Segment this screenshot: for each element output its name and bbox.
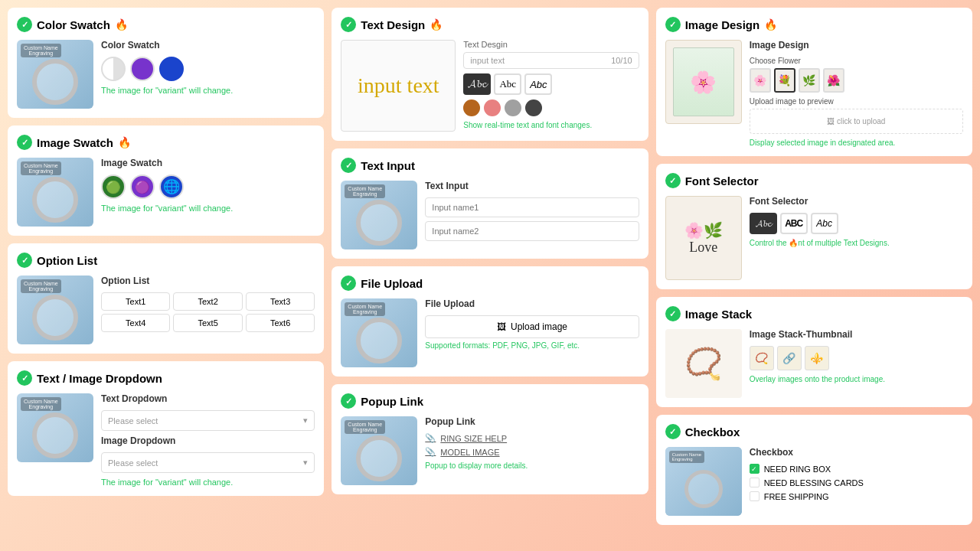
flower-thumb-1[interactable]: 🌸 — [750, 68, 771, 93]
checkbox-ring-box-label: NEED RING BOX — [764, 465, 831, 474]
text-design-section: ✓ Text Design 🔥 input text Text Desgin i… — [332, 8, 648, 141]
text-dropdown-placeholder: Please select — [108, 416, 158, 425]
stack-thumbs-row: 📿 🔗 ⚜️ — [750, 346, 963, 370]
check-icon-dropdown: ✓ — [17, 370, 32, 386]
font-style-all-caps[interactable]: ABC — [780, 213, 808, 234]
stack-thumb-3[interactable]: ⚜️ — [805, 346, 829, 370]
checkbox-title: Checkbox — [685, 425, 740, 439]
popup-link-ring-size-text: RING SIZE HELP — [440, 434, 507, 443]
font-options-row: 𝓐𝓫𝓬 Abc Abc — [463, 73, 639, 95]
text-design-input-display[interactable]: input text 10/10 — [463, 52, 639, 69]
image-swatch-label: Image Swatch — [101, 158, 315, 168]
font-script[interactable]: 𝓐𝓫𝓬 — [463, 73, 491, 95]
checkbox-item-blessing[interactable]: NEED BLESSING CARDS — [750, 478, 963, 487]
image-design-title: Image Design — [685, 18, 760, 31]
fire-icon-color: 🔥 — [115, 18, 128, 31]
text-dropdown-label: Text Dropdown — [101, 393, 315, 404]
option-list-product-thumb: Custom NameEngraving — [17, 276, 93, 344]
check-icon-text-input: ✓ — [341, 158, 356, 173]
text-input-label: Text Input — [425, 181, 639, 191]
text-image-dropdown-header: ✓ Text / Image Dropdown — [17, 370, 315, 386]
check-icon-text-design: ✓ — [341, 17, 356, 32]
popup-link-product-thumb: Custom NameEngraving — [341, 416, 417, 485]
file-upload-section: ✓ File Upload Custom NameEngraving File … — [332, 266, 648, 377]
choose-flower-label: Choose Flower — [750, 57, 963, 65]
popup-link-model-image[interactable]: 📎 MODEL IMAGE — [425, 447, 639, 457]
option-text5[interactable]: Text5 — [173, 314, 242, 332]
swatch-blue[interactable] — [159, 57, 184, 81]
color-dot-pink[interactable] — [484, 99, 501, 116]
text-design-preview: input text — [341, 40, 456, 132]
check-icon-image-stack: ✓ — [665, 306, 681, 321]
flower-thumb-2[interactable]: 💐 — [774, 68, 795, 93]
image-swatch-item-1[interactable]: 🟢 — [101, 174, 126, 199]
color-dot-brown[interactable] — [463, 99, 480, 116]
image-design-product-thumb: 🌸 — [665, 40, 742, 124]
option-text1[interactable]: Text1 — [101, 292, 170, 311]
swatch-half[interactable] — [101, 57, 126, 81]
color-swatch-row — [101, 57, 315, 81]
font-style-script[interactable]: 𝓐𝓫𝓬 — [750, 213, 777, 234]
option-text6[interactable]: Text6 — [246, 314, 315, 332]
text-input-product-thumb: Custom NameEngraving — [341, 181, 417, 249]
image-swatch-product-thumb: Custom NameEngraving — [17, 158, 93, 227]
swatch-purple[interactable] — [130, 57, 155, 81]
checkbox-item-shipping[interactable]: FREE SHIPPING — [750, 491, 963, 501]
option-text3[interactable]: Text3 — [246, 292, 315, 311]
click-to-upload-area[interactable]: 🖼 click to upload — [750, 109, 963, 134]
color-dot-dark[interactable] — [525, 99, 542, 116]
font-style-italic[interactable]: Abc — [811, 213, 838, 234]
font-selector-section: ✓ Font Selector 🌸🌿 Love Font Selector 𝓐𝓫… — [656, 164, 972, 289]
check-icon-image-design: ✓ — [665, 17, 681, 32]
color-swatch-title: Color Swatch — [37, 18, 110, 31]
check-icon-option: ✓ — [17, 253, 32, 268]
checkbox-product-thumb: Custom NameEngraving — [665, 447, 742, 516]
font-serif[interactable]: Abc — [494, 73, 521, 95]
image-dropdown-placeholder: Please select — [108, 458, 158, 468]
checkbox-blessing-label: NEED BLESSING CARDS — [764, 478, 864, 487]
checkbox-item-ring-box[interactable]: ✓ NEED RING BOX — [750, 464, 963, 474]
checkbox-header: ✓ Checkbox — [665, 424, 963, 439]
checkbox-shipping-input[interactable] — [750, 491, 760, 501]
upload-image-button[interactable]: 🖼 Upload image — [425, 315, 639, 338]
flower-thumb-4[interactable]: 🌺 — [823, 68, 844, 93]
font-selector-desc: Control the 🔥nt of multiple Text Designs… — [750, 239, 963, 247]
option-list-title: Option List — [37, 254, 97, 267]
flower-thumb-3[interactable]: 🌿 — [799, 68, 820, 93]
option-list-label: Option List — [101, 276, 315, 286]
stack-thumb-1[interactable]: 📿 — [750, 346, 774, 370]
text-design-header: ✓ Text Design 🔥 — [341, 17, 639, 32]
text-design-preview-text: input text — [358, 73, 439, 98]
text-dropdown-select[interactable]: Please select ▾ — [101, 410, 315, 431]
text-desgin-label: Text Desgin — [463, 40, 639, 49]
color-swatch-product-thumb: Custom NameEngraving — [17, 40, 93, 109]
fire-icon-text-design: 🔥 — [430, 18, 443, 31]
option-text2[interactable]: Text2 — [173, 292, 242, 311]
popup-link-ring-size[interactable]: 📎 RING SIZE HELP — [425, 433, 639, 443]
check-icon-font: ✓ — [665, 173, 681, 188]
image-swatch-item-2[interactable]: 🟣 — [130, 174, 155, 199]
upload-label: Upload image to preview — [750, 97, 963, 106]
color-dot-gray[interactable] — [505, 99, 521, 116]
color-swatch-section: ✓ Color Swatch 🔥 Custom NameEngraving Co… — [8, 8, 324, 118]
color-dots-row — [463, 99, 639, 116]
text-input-field2[interactable] — [425, 221, 639, 241]
image-design-desc: Display selected image in designated are… — [750, 139, 963, 147]
link-icon-2: 📎 — [425, 447, 436, 457]
option-text4[interactable]: Text4 — [101, 314, 170, 332]
stack-thumb-2[interactable]: 🔗 — [777, 346, 802, 370]
color-swatch-variant-text: The image for "variant" will change. — [101, 86, 315, 95]
popup-link-label: Popup Link — [425, 416, 639, 427]
image-swatch-item-3[interactable]: 🌐 — [159, 174, 184, 199]
image-stack-header: ✓ Image Stack — [665, 306, 963, 321]
text-design-title: Text Design — [361, 18, 425, 31]
fire-icon-image-design: 🔥 — [764, 18, 777, 31]
image-dropdown-select[interactable]: Please select ▾ — [101, 452, 315, 473]
checkbox-ring-box-input[interactable]: ✓ — [750, 464, 760, 474]
text-input-section: ✓ Text Input Custom NameEngraving Text I… — [332, 148, 648, 259]
image-swatch-variant-text: The image for "variant" will change. — [101, 204, 315, 213]
font-sans[interactable]: Abc — [524, 73, 552, 95]
checkbox-blessing-input[interactable] — [750, 478, 760, 487]
text-input-field1[interactable] — [425, 197, 639, 217]
image-dropdown-chevron: ▾ — [303, 458, 308, 468]
